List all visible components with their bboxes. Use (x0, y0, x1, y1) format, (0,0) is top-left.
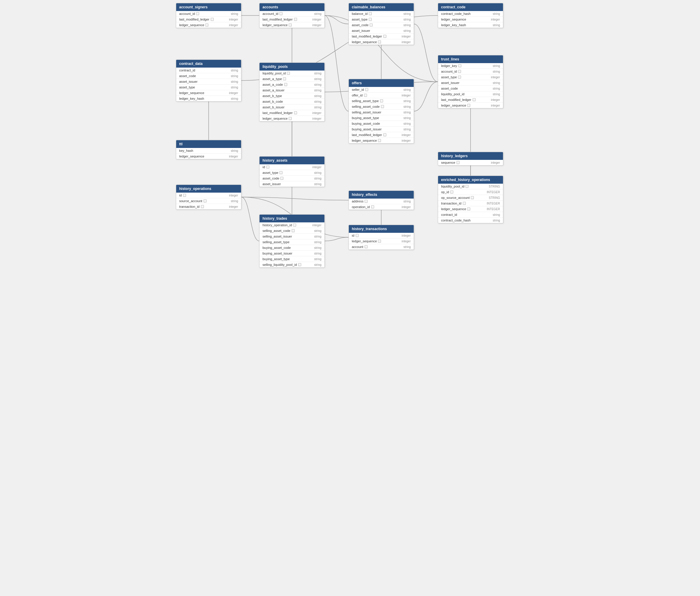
column-type: integer (312, 166, 321, 169)
table-row: buying_asset_typestring (349, 115, 414, 121)
column-name: ledger_key□ (441, 64, 461, 68)
key-icon: □ (383, 133, 386, 136)
column-name: ledger_sequence□ (179, 23, 208, 27)
key-icon: □ (289, 117, 292, 120)
table-row: transaction_id□integer (176, 204, 241, 209)
table-row: ledger_sequence□integer (438, 103, 503, 108)
column-name: selling_asset_code□ (352, 105, 384, 108)
column-name: ledger_sequence□ (441, 207, 470, 211)
column-type: INTEGER (487, 191, 500, 194)
column-name: asset_code (441, 86, 458, 90)
column-type: string (404, 29, 411, 32)
column-name: selling_asset_type (262, 240, 290, 244)
table-header-history_transactions: history_transactions (349, 225, 414, 233)
column-name: contract_code_hash (441, 219, 471, 222)
table-row: source_account□string (176, 198, 241, 204)
column-name: contract_id (441, 213, 457, 217)
column-type: string (231, 69, 238, 72)
key-icon: □ (383, 35, 386, 38)
table-row: balance_id□string (349, 11, 414, 17)
column-name: balance_id□ (352, 12, 372, 16)
table-enriched_history_operations: enriched_history_operationsliquidity_poo… (438, 176, 503, 223)
column-name: transaction_id□ (441, 202, 466, 205)
column-type: string (231, 86, 238, 89)
column-name: asset_type□ (441, 75, 461, 79)
key-icon: □ (365, 200, 368, 203)
column-name: source_account□ (179, 199, 206, 203)
table-header-history_operations: history_operations (176, 185, 241, 193)
table-row: buying_asset_issuerstring (349, 126, 414, 132)
column-name: asset_b_type (262, 94, 282, 98)
table-row: address□string (349, 199, 414, 204)
column-name: asset_type□ (262, 171, 282, 174)
column-name: buying_asset_code (262, 246, 291, 249)
table-row: selling_asset_issuerstring (259, 234, 324, 239)
column-type: integer (312, 111, 321, 115)
column-type: string (493, 213, 500, 217)
column-name: offer_id□ (352, 94, 367, 97)
column-name: liquidity_pool_id□ (441, 184, 469, 188)
table-trust_lines: trust_linesledger_key□stringaccount_id□s… (438, 55, 503, 108)
column-type: integer (401, 133, 411, 136)
key-icon: □ (279, 171, 282, 174)
table-row: account_id□string (259, 11, 324, 17)
column-type: string (231, 12, 238, 16)
column-name: buying_asset_issuer (352, 127, 381, 131)
table-row: last_modified_ledger□integer (349, 34, 414, 39)
key-icon: □ (205, 24, 208, 26)
table-row: asset_b_issuerstring (259, 104, 324, 110)
table-row: asset_codestring (176, 73, 241, 79)
table-row: op_source_account□STRING (438, 195, 503, 201)
column-type: INTEGER (487, 207, 500, 211)
column-type: string (314, 182, 321, 186)
table-row: ledger_sequence□integer (176, 22, 241, 28)
column-type: string (231, 74, 238, 78)
column-name: asset_b_code (262, 100, 283, 103)
table-row: selling_asset_code□string (349, 104, 414, 109)
column-type: integer (401, 35, 411, 38)
table-row: liquidity_pool_id□string (259, 71, 324, 76)
column-type: string (231, 149, 238, 152)
column-name: sequence□ (441, 161, 459, 164)
table-liquidity_pools: liquidity_poolsliquidity_pool_id□stringa… (259, 63, 325, 121)
table-row: ledger_key_hashstring (438, 22, 503, 28)
column-type: integer (491, 104, 500, 107)
table-header-history_assets: history_assets (259, 156, 324, 164)
table-row: asset_b_typestring (259, 93, 324, 99)
column-type: string (314, 77, 321, 81)
table-row: last_modified_ledger□integer (176, 17, 241, 22)
column-name: buying_asset_issuer (262, 252, 292, 255)
table-row: id□integer (176, 193, 241, 198)
column-name: asset_issuer (441, 81, 459, 84)
column-name: history_operation_id□ (262, 223, 296, 227)
key-icon: □ (378, 240, 381, 243)
column-type: STRING (489, 185, 500, 188)
key-icon: □ (471, 196, 474, 199)
table-header-liquidity_pools: liquidity_pools (259, 63, 324, 71)
column-type: integer (312, 24, 321, 27)
table-row: buying_asset_codestring (259, 245, 324, 251)
column-type: string (314, 94, 321, 98)
column-type: string (404, 24, 411, 27)
column-type: string (493, 24, 500, 27)
table-row: history_operation_id□integer (259, 222, 324, 228)
table-contract_code: contract_codecontract_code_hashstringled… (438, 3, 503, 28)
column-type: string (314, 12, 321, 16)
key-icon: □ (378, 41, 381, 44)
column-type: string (314, 89, 321, 92)
column-type: string (314, 263, 321, 267)
column-name: asset_code□ (352, 23, 373, 27)
key-icon: □ (466, 185, 469, 188)
column-name: account□ (352, 245, 368, 249)
table-row: ledger_sequence□integer (349, 239, 414, 244)
column-name: id□ (262, 165, 269, 169)
key-icon: □ (456, 161, 459, 164)
column-type: integer (491, 18, 500, 21)
column-type: string (314, 241, 321, 244)
column-type: integer (312, 18, 321, 21)
column-name: asset_code (179, 74, 196, 78)
table-header-ttl: ttl (176, 140, 241, 148)
key-icon: □ (283, 77, 286, 80)
column-name: key_hash (179, 149, 193, 152)
key-icon: □ (211, 18, 214, 21)
